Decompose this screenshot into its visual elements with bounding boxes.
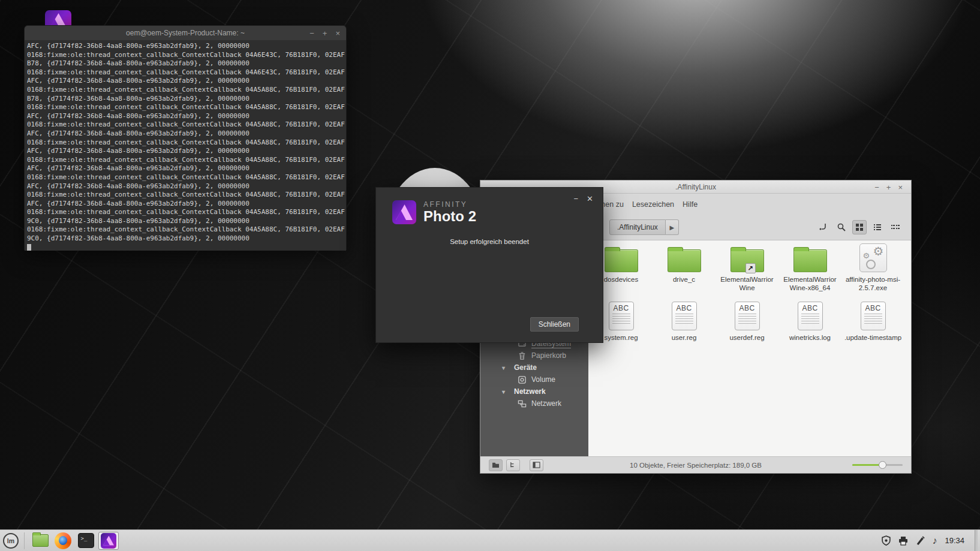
desktop: oem@oem-System-Product-Name: ~ − + × AFC… xyxy=(0,0,980,551)
terminal-line: AFC, {d7174f82-36b8-4aa8-800a-e963ab2dfa… xyxy=(27,164,346,173)
abc-label: ABC xyxy=(865,304,880,312)
abc-label: ABC xyxy=(676,304,692,312)
firefox-launcher[interactable] xyxy=(53,532,73,550)
taskbar: lm >_ ♪ xyxy=(0,529,980,551)
terminal-titlebar[interactable]: oem@oem-System-Product-Name: ~ − + × xyxy=(25,26,346,40)
shield-icon[interactable] xyxy=(881,535,891,546)
zoom-slider[interactable] xyxy=(852,461,903,469)
maximize-button[interactable]: + xyxy=(886,183,891,191)
affinity-photo-icon xyxy=(101,533,116,549)
chevron-down-icon[interactable]: ▾ xyxy=(502,389,509,395)
menu-hilfe[interactable]: Hilfe xyxy=(683,200,698,209)
stylus-icon[interactable] xyxy=(915,535,925,546)
terminal-line: 0168:fixme:ole:thread_context_callback_C… xyxy=(27,173,346,182)
grid-view-icon xyxy=(855,222,864,232)
compact-view-button[interactable] xyxy=(888,220,903,234)
affinity-peek-icon xyxy=(45,10,71,26)
file-name: winetricks.log xyxy=(789,334,831,342)
sidebar-item-network[interactable]: Netzwerk xyxy=(480,398,588,410)
close-button[interactable]: × xyxy=(335,29,340,37)
terminal-cursor xyxy=(27,244,31,251)
minimize-button[interactable]: − xyxy=(574,195,579,203)
symlink-emblem-icon: ↗ xyxy=(745,263,756,273)
schliessen-button[interactable]: Schließen xyxy=(530,317,579,332)
file-item[interactable]: ABC userdef.reg xyxy=(716,300,778,359)
sidebar-section-network[interactable]: ▾ Netzwerk xyxy=(480,386,588,398)
file-item[interactable]: ABC .update-timestamp xyxy=(841,300,904,359)
terminal-launcher[interactable]: >_ xyxy=(76,532,96,550)
file-item[interactable]: drive_c xyxy=(653,242,716,300)
files-launcher[interactable] xyxy=(30,532,50,550)
search-button[interactable] xyxy=(834,220,849,234)
file-name: ElementalWarrior Wine-x86_64 xyxy=(780,276,840,292)
sidebar-item-volume[interactable]: Volume xyxy=(480,374,588,386)
abc-label: ABC xyxy=(802,304,817,312)
setup-message: Setup erfolgreich beendet xyxy=(376,238,603,245)
affinity-photo-logo-icon xyxy=(392,200,416,224)
file-name: system.reg xyxy=(604,334,638,342)
icon-view-button[interactable] xyxy=(852,220,867,234)
terminal-line: 9C0, {d7174f82-36b8-4aa8-800a-e963ab2dfa… xyxy=(27,217,346,226)
statusbar: 10 Objekte, Freier Speicherplatz: 189,0 … xyxy=(480,456,911,473)
text-lines xyxy=(864,314,882,326)
sidebar-section-devices[interactable]: ▾ Geräte xyxy=(480,362,588,374)
file-name: drive_c xyxy=(673,276,695,284)
breadcrumb[interactable]: .AffinityLinux xyxy=(609,219,666,235)
list-view-button[interactable] xyxy=(870,220,885,234)
minimize-button[interactable]: − xyxy=(874,183,879,191)
menu-lesezeichen[interactable]: Lesezeichen xyxy=(632,200,674,209)
sidebar-item-trash[interactable]: Papierkorb xyxy=(480,350,588,362)
chevron-down-icon[interactable]: ▾ xyxy=(502,365,509,371)
text-file-icon: ABC xyxy=(672,302,697,330)
file-name: affinity-photo-msi-2.5.7.exe xyxy=(843,276,903,292)
text-lines xyxy=(801,314,819,326)
terminal-line: AFC, {d7174f82-36b8-4aa8-800a-e963ab2dfa… xyxy=(27,77,346,86)
file-item[interactable]: ElementalWarrior Wine-x86_64 xyxy=(778,242,841,300)
breadcrumb-expander-button[interactable]: ▶ xyxy=(666,219,679,235)
compact-view-icon xyxy=(891,222,900,232)
slider-handle[interactable] xyxy=(879,461,886,469)
slider-fill xyxy=(852,464,882,466)
file-grid[interactable]: dosdevices drive_c ↗ ElementalWarrior Wi… xyxy=(588,240,911,456)
text-lines xyxy=(612,314,630,326)
sidebar-section-label: Geräte xyxy=(514,363,537,372)
minimize-button[interactable]: − xyxy=(309,29,314,37)
affinity-photo-launcher[interactable] xyxy=(98,532,119,550)
printer-icon[interactable] xyxy=(898,536,909,546)
gear-icon: ⚙ xyxy=(873,244,884,258)
close-button[interactable]: ✕ xyxy=(587,195,593,203)
file-item[interactable]: ABC user.reg xyxy=(653,300,716,359)
terminal-output[interactable]: AFC, {d7174f82-36b8-4aa8-800a-e963ab2dfa… xyxy=(25,40,346,251)
file-item[interactable]: ↗ ElementalWarrior Wine xyxy=(716,242,778,300)
text-file-icon: ABC xyxy=(798,302,823,330)
executable-icon: ⚙ ⚙ xyxy=(859,243,887,272)
terminal-line: 0168:fixme:ole:thread_context_callback_C… xyxy=(27,138,346,147)
terminal-line: 0168:fixme:ole:thread_context_callback_C… xyxy=(27,51,346,60)
list-view-icon xyxy=(873,222,882,232)
sidebar-section-label: Netzwerk xyxy=(514,387,546,396)
search-icon xyxy=(837,222,846,232)
maximize-button[interactable]: + xyxy=(323,29,327,37)
terminal-line: 0168:fixme:ole:thread_context_callback_C… xyxy=(27,121,346,130)
brand-affinity: AFFINITY xyxy=(423,200,476,209)
taskbar-clock[interactable]: 19:34 xyxy=(945,536,964,545)
edit-location-button[interactable] xyxy=(816,220,831,234)
taskbar-separator xyxy=(24,532,25,549)
file-item[interactable]: ⚙ ⚙ affinity-photo-msi-2.5.7.exe xyxy=(841,242,904,300)
abc-label: ABC xyxy=(739,304,754,312)
close-button[interactable]: × xyxy=(898,183,903,191)
installer-window-controls: − ✕ xyxy=(574,195,594,203)
show-desktop-button[interactable] xyxy=(975,530,978,551)
text-file-icon: ABC xyxy=(609,302,634,330)
folder-icon xyxy=(793,249,827,272)
terminal-line: B78, {d7174f82-36b8-4aa8-800a-e963ab2dfa… xyxy=(27,59,346,68)
mint-menu-button[interactable]: lm xyxy=(0,530,22,551)
text-lines xyxy=(675,314,693,326)
system-tray: ♪ 19:34 xyxy=(881,530,980,551)
file-item[interactable]: ABC winetricks.log xyxy=(778,300,841,359)
terminal-line: 0168:fixme:ole:thread_context_callback_C… xyxy=(27,191,346,200)
music-note-icon[interactable]: ♪ xyxy=(932,535,937,546)
folder-icon xyxy=(605,249,638,272)
ring-icon xyxy=(866,260,876,269)
terminal-window-controls: − + × xyxy=(309,26,340,40)
